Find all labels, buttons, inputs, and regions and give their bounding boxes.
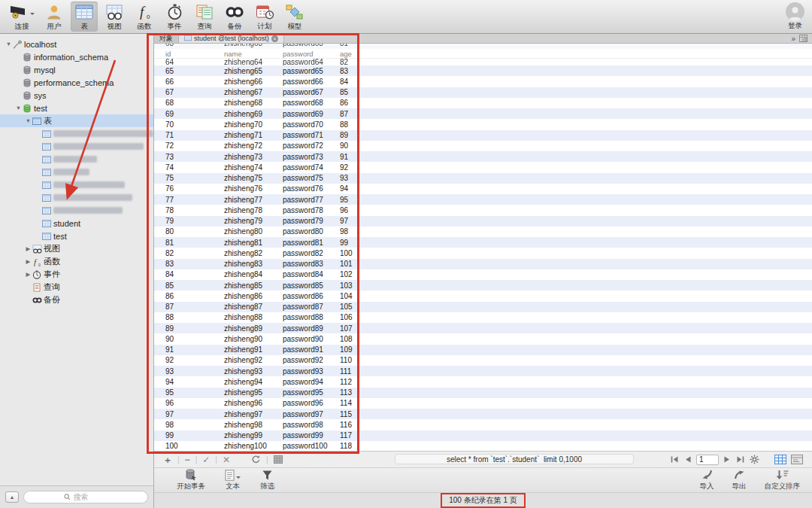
table-row[interactable]: 66zhisheng66password6684 <box>154 76 812 87</box>
delete-record-button[interactable]: − <box>185 455 190 464</box>
sidebar-item-redacted[interactable] <box>0 127 153 140</box>
tab-overflow-chevron[interactable]: » <box>791 35 795 43</box>
table-row[interactable]: 70zhisheng70password7088 <box>154 119 812 129</box>
table-row[interactable]: 91zhisheng91password91109 <box>154 345 812 355</box>
sidebar-item-test[interactable]: test <box>0 230 153 242</box>
table-row[interactable]: 67zhisheng67password6785 <box>154 87 812 98</box>
column-header-id[interactable]: id <box>154 50 224 58</box>
sidebar-item-redacted[interactable] <box>0 140 153 153</box>
grid-view-button[interactable] <box>774 455 786 464</box>
sidebar-item-test[interactable]: ▼test <box>0 102 153 114</box>
table-row[interactable]: 100zhisheng100password100118 <box>154 441 812 451</box>
disclosure-triangle-icon[interactable]: ▼ <box>5 41 13 47</box>
table-row[interactable]: 98zhisheng98password98116 <box>154 419 812 430</box>
sidebar-search[interactable] <box>23 491 148 503</box>
toolbar-button-model[interactable]: 模型 <box>281 2 308 32</box>
toolbar-button-event[interactable]: 事件 <box>161 2 188 32</box>
next-page-button[interactable] <box>723 455 732 464</box>
table-row[interactable]: 85zhisheng85password85103 <box>154 280 812 291</box>
action-export[interactable]: 导出 <box>732 469 747 491</box>
sidebar-item-函数[interactable]: ▶f0函数 <box>0 255 153 268</box>
sidebar-item-student[interactable]: student <box>0 217 153 230</box>
add-record-button[interactable]: ＋ <box>163 455 172 464</box>
sidebar-item-information_schema[interactable]: information_schema <box>0 50 153 63</box>
search-input[interactable] <box>74 493 108 501</box>
table-row[interactable]: 80zhisheng80password8098 <box>154 227 812 237</box>
sidebar-item-事件[interactable]: ▶事件 <box>0 268 153 281</box>
table-row[interactable]: 65zhisheng65password6583 <box>154 65 812 76</box>
login-button[interactable]: 登录 <box>786 2 804 29</box>
sidebar-item-localhost[interactable]: ▼localhost <box>0 38 153 50</box>
table-row[interactable]: 87zhisheng87password87105 <box>154 302 812 312</box>
apply-changes-button[interactable]: ✓ <box>202 455 210 464</box>
toolbar-button-connection[interactable]: 连接 <box>6 2 38 32</box>
sidebar-item-redacted[interactable] <box>0 153 153 166</box>
prev-page-button[interactable] <box>683 455 692 464</box>
table-row[interactable]: 69zhisheng69password6987 <box>154 108 812 119</box>
table-row[interactable]: 96zhisheng96password96114 <box>154 398 812 409</box>
disclosure-triangle-icon[interactable]: ▼ <box>24 117 32 124</box>
column-header-password[interactable]: password <box>283 50 340 58</box>
table-row[interactable]: 83zhisheng83password83101 <box>154 259 812 269</box>
page-number-input[interactable] <box>696 455 719 465</box>
disclosure-triangle-icon[interactable]: ▼ <box>14 105 23 111</box>
action-import[interactable]: 导入 <box>700 469 714 491</box>
table-row[interactable]: 79zhisheng79password7997 <box>154 216 812 227</box>
sidebar-item-表[interactable]: ▼表 <box>0 114 153 127</box>
column-header-age[interactable]: age <box>340 50 812 58</box>
grid-header-row[interactable]: idnamepasswordage <box>154 49 812 59</box>
table-row[interactable]: 76zhisheng76password7694 <box>154 184 812 194</box>
sidebar-item-redacted[interactable] <box>0 191 153 204</box>
table-row[interactable]: 75zhisheng75password7593 <box>154 173 812 184</box>
last-page-button[interactable] <box>736 455 745 464</box>
sidebar-item-redacted[interactable] <box>0 166 153 178</box>
sidebar-item-备份[interactable]: 备份 <box>0 294 153 306</box>
toolbar-button-backup[interactable]: 备份 <box>221 2 248 32</box>
tab-objects[interactable]: 对象 <box>154 34 179 43</box>
toolbar-button-table[interactable]: 表 <box>71 2 98 32</box>
sidebar-item-redacted[interactable] <box>0 204 153 217</box>
action-filter[interactable]: 筛选 <box>260 469 274 491</box>
table-row[interactable]: 94zhisheng94password94112 <box>154 376 812 387</box>
action-begin-transaction[interactable]: 开始事务 <box>177 469 205 491</box>
table-row[interactable]: 74zhisheng74password7492 <box>154 162 812 172</box>
toolbar-button-schedule[interactable]: 计划 <box>251 2 278 32</box>
table-row[interactable]: 81zhisheng81password8199 <box>154 237 812 248</box>
table-row[interactable]: 97zhisheng97password97115 <box>154 409 812 419</box>
toolbar-button-view[interactable]: 视图 <box>101 2 128 32</box>
disclosure-triangle-icon[interactable]: ▶ <box>24 271 32 278</box>
disclosure-triangle-icon[interactable]: ▶ <box>24 258 32 265</box>
table-row[interactable]: 82zhisheng82password82100 <box>154 248 812 258</box>
panel-toggle-button[interactable]: ▲ <box>5 491 19 503</box>
table-row[interactable]: 95zhisheng95password95113 <box>154 388 812 398</box>
first-page-button[interactable] <box>670 455 679 464</box>
table-row[interactable]: 86zhisheng86password86104 <box>154 291 812 301</box>
disclosure-triangle-icon[interactable]: ▶ <box>24 245 32 252</box>
tab-table[interactable]: student @test (localhost)× <box>179 34 284 43</box>
settings-gear-icon[interactable] <box>750 455 759 464</box>
sidebar-item-mysql[interactable]: mysql <box>0 63 153 76</box>
sidebar-item-视图[interactable]: ▶视图 <box>0 242 153 255</box>
action-text[interactable]: 文本 <box>225 469 241 491</box>
table-row[interactable]: 89zhisheng89password89107 <box>154 323 812 333</box>
discard-changes-button[interactable]: ✕ <box>223 455 230 464</box>
table-row[interactable]: 88zhisheng88password88106 <box>154 312 812 323</box>
column-header-name[interactable]: name <box>224 50 283 58</box>
tab-bar-menu-icon[interactable] <box>799 35 807 42</box>
action-custom-sort[interactable]: 自定义排序 <box>765 469 801 491</box>
table-row[interactable]: 71zhisheng71password7189 <box>154 130 812 141</box>
table-row[interactable]: 93zhisheng93password93111 <box>154 366 812 376</box>
table-row[interactable]: 78zhisheng78password7896 <box>154 205 812 215</box>
table-row[interactable]: 90zhisheng90password90108 <box>154 333 812 344</box>
form-view-button[interactable] <box>791 455 803 464</box>
table-row[interactable]: 99zhisheng99password99117 <box>154 430 812 441</box>
toolbar-button-user[interactable]: 用户 <box>41 2 68 32</box>
tab-close-icon[interactable]: × <box>271 35 278 42</box>
toolbar-button-function[interactable]: f0函数 <box>131 2 158 32</box>
table-row[interactable]: 73zhisheng73password7391 <box>154 151 812 162</box>
sidebar-item-sys[interactable]: sys <box>0 89 153 102</box>
table-row[interactable]: 84zhisheng84password84102 <box>154 269 812 280</box>
table-row[interactable]: 92zhisheng92password92110 <box>154 355 812 366</box>
sidebar-item-查询[interactable]: 查询 <box>0 281 153 294</box>
table-row[interactable]: 72zhisheng72password7290 <box>154 141 812 151</box>
